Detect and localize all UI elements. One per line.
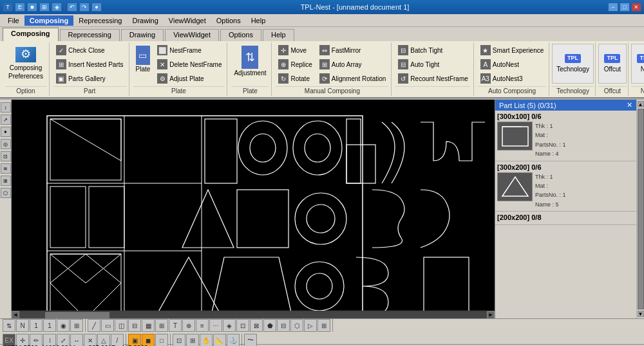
close-button[interactable]: ✕ (631, 3, 641, 12)
composing-preferences-button[interactable]: ⚙ ComposingPreferences (5, 44, 46, 84)
menu-drawing[interactable]: Drawing (128, 15, 164, 26)
autonest3-button[interactable]: A3 AutoNest3 (478, 72, 546, 85)
toolbar-icon-1[interactable]: E (15, 3, 25, 12)
bt-box-btn[interactable]: ⊡ (236, 319, 249, 332)
part-list-close-button[interactable]: ✕ (627, 101, 632, 109)
bt-wave-btn[interactable]: 〜 (244, 334, 257, 346)
bt-poly-btn[interactable]: ◫ (115, 319, 128, 332)
menu-composing[interactable]: Composing (24, 15, 74, 26)
rotate-button[interactable]: ↻ Rotate (276, 72, 314, 85)
parts-gallery-button[interactable]: ▣ Parts Gallery (53, 72, 126, 85)
offcut-button[interactable]: TPL Offcut (598, 44, 627, 84)
lt-btn-7[interactable]: ⊞ (1, 176, 11, 186)
batch-tight-button[interactable]: ⊟ Batch Tight (395, 44, 470, 57)
bt-anchor-btn[interactable]: ⚓ (227, 334, 240, 346)
bt-lines-btn[interactable]: ≡ (196, 319, 209, 332)
bt-minus2-btn[interactable]: ⊟ (277, 319, 290, 332)
bt-hex2-btn[interactable]: ⬡ (290, 319, 303, 332)
adjust-plate-button[interactable]: ⚙ Adjust Plate (155, 72, 224, 85)
tab-drawing[interactable]: Drawing (121, 29, 164, 41)
check-close-button[interactable]: ✓ Check Close (53, 44, 126, 57)
tab-help[interactable]: Help (263, 29, 294, 41)
plate-icon: ▭ (136, 46, 150, 65)
toolbar-icon-3[interactable]: ⊞ (39, 3, 50, 12)
bt-zoom2-btn[interactable]: ⊞ (186, 334, 199, 346)
auto-array-button[interactable]: ⊞ Auto Array (317, 58, 389, 71)
nestframe-button[interactable]: ⬜ NestFrame (155, 44, 224, 57)
bt-rect-btn[interactable]: ▭ (101, 319, 114, 332)
h-scroll-left[interactable]: ◄ (12, 311, 19, 319)
smart-experience-button[interactable]: ★ Smart Experience (478, 44, 546, 57)
lt-btn-2[interactable]: ↗ (1, 114, 11, 125)
adjustment-button[interactable]: ⇅ Adjustment (231, 44, 269, 81)
scroll-down-button[interactable]: ▼ (638, 311, 644, 317)
h-scroll-thumb[interactable] (45, 312, 109, 318)
bt-n-btn[interactable]: N (16, 319, 29, 332)
bt-1b-btn[interactable]: 1 (43, 319, 56, 332)
bt-hex-btn[interactable]: ⬟ (263, 319, 276, 332)
tab-viewwidget[interactable]: ViewWidget (165, 29, 219, 41)
maximize-button[interactable]: □ (620, 3, 630, 12)
bt-diamond-btn[interactable]: ◈ (223, 319, 236, 332)
minimize-button[interactable]: − (608, 3, 618, 12)
plate-button[interactable]: ▭ Plate (133, 44, 153, 81)
bt-circ2-btn[interactable]: ⊕ (182, 319, 195, 332)
bt-circle-btn[interactable]: ◉ (57, 319, 70, 332)
bt-line-btn[interactable]: ╱ (88, 319, 100, 332)
lt-btn-8[interactable]: ⬡ (1, 188, 11, 198)
toolbar-icon-2[interactable]: ■ (27, 3, 37, 12)
bt-pan-btn[interactable]: ✋ (200, 334, 213, 346)
undo-icon[interactable]: ↶ (67, 3, 77, 12)
lt-btn-6[interactable]: ≋ (1, 163, 11, 174)
lt-btn-5[interactable]: ⊡ (1, 151, 11, 161)
bt-zoom1-btn[interactable]: ⊡ (173, 334, 185, 346)
tab-reprecessing[interactable]: Reprecessing (60, 29, 120, 41)
bt-plus-btn[interactable]: ⊞ (155, 319, 168, 332)
redo-icon[interactable]: ↷ (79, 3, 90, 12)
bt-measure-btn[interactable]: 📐 (213, 334, 226, 346)
menu-reprecessing[interactable]: Reprecessing (73, 15, 127, 26)
tab-composing[interactable]: Composing (3, 28, 59, 41)
insert-nested-parts-button[interactable]: ⊞ Insert Nested Parts (53, 58, 126, 71)
autonest-button[interactable]: A AutoNest (478, 58, 546, 71)
menu-options[interactable]: Options (211, 15, 246, 26)
bt-grid2-btn[interactable]: ▦ (142, 319, 155, 332)
window-controls[interactable]: − □ ✕ (608, 3, 641, 12)
bt-outline-btn[interactable]: □ (155, 334, 168, 346)
lt-btn-4[interactable]: ◎ (1, 139, 11, 149)
bt-minus-btn[interactable]: ⊟ (128, 319, 141, 332)
tab-options[interactable]: Options (220, 29, 261, 41)
delete-nestframe-button[interactable]: ✕ Delete NestFrame (155, 58, 224, 71)
scroll-thumb[interactable] (638, 109, 644, 309)
auto-tight-button[interactable]: ⊟ Auto Tight (395, 58, 470, 71)
menu-viewwidget[interactable]: ViewWidget (164, 15, 211, 26)
lt-btn-3[interactable]: ✦ (1, 127, 11, 137)
lt-btn-1[interactable]: ↕ (1, 102, 11, 113)
bt-text-btn[interactable]: T (169, 319, 182, 332)
menu-file[interactable]: File (3, 15, 24, 26)
h-scroll-right[interactable]: ► (487, 311, 495, 319)
h-scrollbar[interactable]: ◄ ► (12, 311, 495, 318)
technology-button[interactable]: TPL Technology (552, 44, 594, 84)
fast-mirror-button[interactable]: ⇔ FastMirror (317, 44, 389, 57)
title-icons[interactable]: T E ■ ⊞ ◈ ↶ ↷ ● (3, 3, 102, 12)
record-icon[interactable]: ● (91, 3, 102, 12)
canvas-area[interactable]: ◄ ► (12, 100, 495, 318)
replice-button[interactable]: ⊕ Replice (276, 58, 314, 71)
bt-1-btn[interactable]: 1 (30, 319, 43, 332)
scroll-up-button[interactable]: ▲ (638, 101, 644, 107)
toolbar-icon-4[interactable]: ◈ (52, 3, 62, 12)
right-scrollbar[interactable]: ▲ ▼ (636, 100, 644, 318)
move-button[interactable]: ✛ Move (276, 44, 314, 57)
bt-grid3-btn[interactable]: ⊞ (317, 319, 330, 332)
menu-help[interactable]: Help (246, 15, 271, 26)
bt-grid-btn[interactable]: ⊞ (70, 319, 83, 332)
bt-arrow-btn[interactable]: ▷ (304, 319, 317, 332)
recount-nestframe-button[interactable]: ↺ Recount NestFrame (395, 72, 470, 85)
bt-xbox-btn[interactable]: ⊠ (250, 319, 263, 332)
nc-button[interactable]: TPL NC (631, 44, 644, 84)
alignment-rotation-button[interactable]: ⟳ Alignment Rotation (317, 72, 389, 85)
svg-point-19 (307, 273, 332, 299)
bt-dots-btn[interactable]: ⋯ (209, 319, 222, 332)
bt-arrows-btn[interactable]: ⇅ (3, 319, 15, 332)
